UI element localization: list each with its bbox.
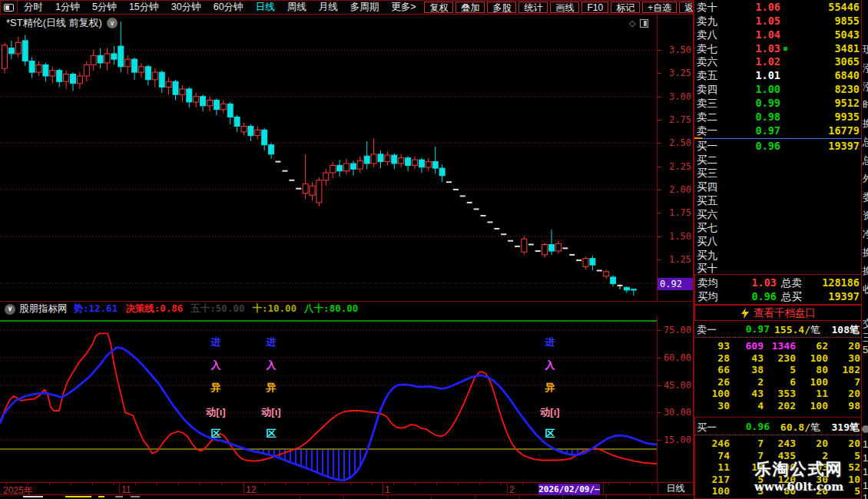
order-count-cell: 100	[764, 461, 796, 473]
level-volume: 8230	[784, 83, 860, 95]
level-price: 1.01	[733, 69, 780, 81]
menu-button-+自选[interactable]: +自选	[642, 2, 677, 13]
buy-average-row: 买均 0.96 总买 19397	[695, 290, 862, 304]
period-label: 日线	[658, 482, 694, 495]
order-count-cell: 80	[764, 485, 796, 497]
menu-item-周线[interactable]: 周线	[281, 1, 313, 14]
annotation-char: 进	[256, 335, 287, 349]
level-price: 1.05	[733, 15, 780, 27]
indicator-name[interactable]: 股朋指标网	[19, 302, 68, 316]
diamond-icon[interactable]: ◇	[629, 18, 635, 28]
table-row: 24672432020	[694, 438, 863, 450]
indicator-param-决策线: 决策线:0.86	[125, 302, 183, 314]
buy-row-1[interactable]: 买一0.9619397	[694, 140, 861, 154]
level-label: 卖三	[697, 97, 717, 111]
indicator-param-势: 势:12.61	[74, 302, 118, 314]
menu-button-F10[interactable]: F10	[581, 2, 608, 13]
menu-item-日线[interactable]: 日线	[250, 1, 281, 14]
level-volume: 9512	[784, 97, 860, 109]
menu-item-多周期[interactable]: 多周期	[344, 1, 386, 14]
menu-item-60分钟[interactable]: 60分钟	[207, 1, 250, 14]
lightning-icon	[741, 308, 749, 319]
chevron-down-icon[interactable]: ∨	[107, 18, 118, 28]
sell-row-3[interactable]: 卖三0.999512	[694, 97, 861, 111]
menu-item-5分钟[interactable]: 5分钟	[86, 1, 123, 14]
buy-row-9[interactable]: 买九	[694, 249, 861, 263]
buy-row-3[interactable]: 买三	[694, 167, 861, 180]
order-count-cell: 43	[731, 352, 764, 364]
menu-button-标记[interactable]: 标记	[611, 2, 640, 13]
indicator-tick-30.00: 30.00	[659, 407, 691, 418]
indicator-axis-border	[657, 316, 658, 482]
last-price-badge: 0.92	[658, 278, 693, 290]
order-count-cell: 246	[697, 438, 730, 449]
panel-icon[interactable]	[640, 19, 648, 28]
order-count-cell: 10	[828, 474, 860, 485]
sell-row-1[interactable]: 卖一0.9716779	[694, 124, 861, 138]
menu-button-多股[interactable]: 多股	[487, 2, 516, 13]
menu-button-统计[interactable]: 统计	[518, 2, 548, 13]
sell-row-7[interactable]: 卖七1.033481	[694, 42, 861, 56]
view-thousand-level-button[interactable]: 查看千档盘口	[694, 305, 863, 321]
indicator-tick-60.00: 60.00	[659, 352, 691, 363]
clipped-char: 时	[863, 98, 868, 112]
buy-row-8[interactable]: 买八	[694, 235, 861, 249]
main-chart-area[interactable]	[0, 15, 657, 301]
buy-row-7[interactable]: 买七	[694, 221, 861, 235]
menu-item-30分钟[interactable]: 30分钟	[165, 1, 207, 14]
annotation-char: 异	[256, 381, 287, 395]
level-price: 0.99	[733, 97, 780, 109]
layout-icon	[4, 4, 14, 12]
menu-item-15分钟[interactable]: 15分钟	[123, 1, 165, 14]
menubar: 分时1分钟5分钟15分钟30分钟60分钟日线周线月线多周期更多> 复权叠加多股统…	[0, 0, 694, 15]
buy-detail-header: 买一 0.96 60.8/笔 319笔	[694, 421, 863, 434]
sell-row-8[interactable]: 卖八1.045043	[694, 28, 861, 42]
order-count-cell: 182	[828, 364, 860, 375]
sell-row-5[interactable]: 卖五1.016840	[694, 69, 861, 83]
annotation-char: 异	[535, 381, 565, 395]
level-label: 卖一	[697, 124, 717, 138]
level-label: 卖九	[697, 15, 717, 28]
bid-ask-separator	[694, 138, 863, 139]
level-price: 0.98	[733, 111, 780, 123]
buy-row-4[interactable]: 买四	[694, 180, 861, 194]
sell-row-2[interactable]: 卖二0.989935	[694, 111, 861, 124]
price-tick-1.25: 1.25	[659, 254, 691, 265]
order-count-cell: 20	[796, 485, 828, 497]
order-count-cell: 11	[796, 388, 828, 399]
collapse-icon[interactable]: ∨	[5, 304, 15, 315]
layout-toggle-button[interactable]	[1, 1, 18, 14]
clipped-char: 现	[863, 43, 868, 57]
grid-fragment	[562, 495, 563, 499]
table-row: 9360913466220	[694, 340, 863, 352]
sell-row-10[interactable]: 卖十1.0655446	[694, 1, 861, 15]
time-divider	[383, 483, 383, 496]
menu-button-复权[interactable]: 复权	[424, 2, 453, 13]
buy-row-6[interactable]: 买六	[694, 208, 861, 222]
annotation-char: 进	[535, 335, 565, 349]
menu-button-画线[interactable]: 画线	[550, 2, 579, 13]
level-price: 1.04	[733, 28, 780, 41]
time-tick	[372, 483, 373, 485]
sell-row-9[interactable]: 卖九1.059855	[694, 15, 861, 28]
chart-title: *ST精伦(日线 前复权) ∨	[6, 16, 118, 30]
buy-one-label: 买一	[697, 421, 717, 435]
menu-item-1分钟[interactable]: 1分钟	[49, 1, 86, 14]
buy-row-5[interactable]: 买五	[694, 194, 861, 208]
menu-item-月线[interactable]: 月线	[313, 1, 344, 14]
order-count-cell: 20	[796, 438, 828, 449]
clipped-char: 1	[863, 452, 868, 464]
sell-row-6[interactable]: 卖六1.023065	[694, 55, 861, 69]
sell-row-4[interactable]: 卖四1.008230	[694, 83, 861, 97]
clipped-char: 收	[863, 283, 868, 296]
averages-box: 卖均 1.03 总卖 128186 买均 0.96 总买 19397	[694, 274, 863, 305]
menu-button-叠加[interactable]: 叠加	[456, 2, 485, 13]
buy-row-2[interactable]: 买二	[694, 154, 861, 167]
level-label: 买七	[697, 221, 717, 235]
time-tick	[329, 483, 330, 485]
order-count-cell: 120	[764, 474, 796, 485]
menu-item-分时[interactable]: 分时	[18, 1, 49, 14]
menu-item-更多>[interactable]: 更多>	[385, 1, 422, 14]
price-tick-3.00: 3.00	[659, 91, 691, 102]
clipped-side-panel: 现涨涨时换总总外委资净换换收交三511111	[862, 0, 868, 499]
